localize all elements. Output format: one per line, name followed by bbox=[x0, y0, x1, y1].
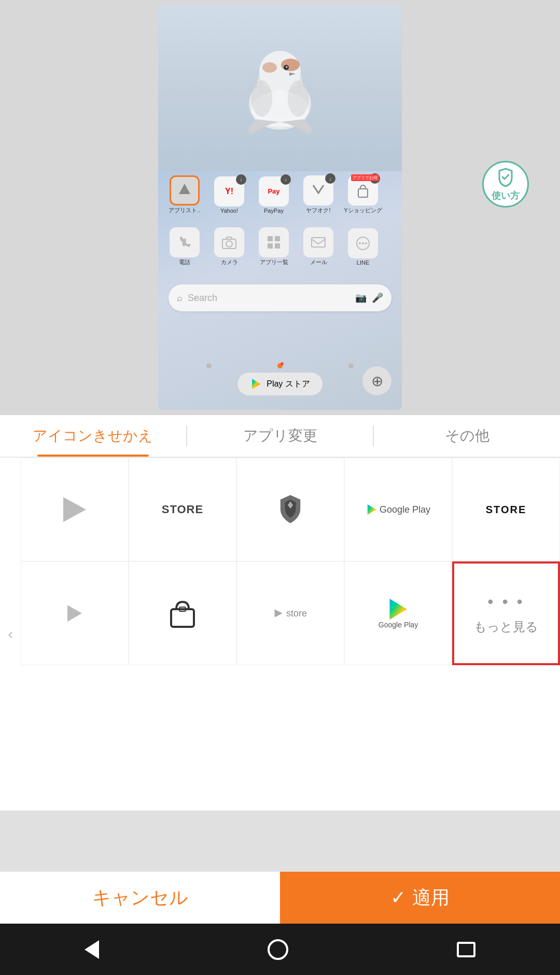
google-play-small-icon bbox=[366, 504, 377, 515]
tab-icon-dress-label: アイコンきせかえ bbox=[33, 426, 153, 446]
svg-rect-19 bbox=[312, 238, 325, 247]
app-label-appstore: アプリスト.. bbox=[164, 207, 205, 214]
camera-search-icon: 📷 bbox=[355, 292, 367, 304]
tabs-section: アイコンきせかえ アプリ変更 その他 bbox=[0, 415, 560, 458]
google-play-logo-label: Google Play bbox=[379, 621, 418, 629]
bag-icon bbox=[166, 597, 199, 630]
icon-cell-store-text[interactable]: STORE bbox=[129, 458, 236, 561]
icon-cell-more[interactable]: • • • もっと見る bbox=[452, 561, 560, 665]
nav-home-button[interactable] bbox=[268, 939, 288, 960]
app-icon-camera[interactable]: カメラ bbox=[209, 227, 249, 266]
download-badge-paypay: ↓ bbox=[281, 174, 291, 185]
svg-point-10 bbox=[288, 80, 309, 117]
app-label-yshopping: Yショッピング bbox=[343, 207, 383, 214]
arrow-small-icon bbox=[67, 605, 82, 622]
store-text-icon: STORE bbox=[162, 503, 203, 516]
google-play-logo-icon: Google Play bbox=[379, 598, 418, 629]
phone-screen: アプリスト.. ↓ Y! Yahoo! ↓ Pay PayPay bbox=[158, 5, 402, 410]
play-store-icon bbox=[250, 378, 262, 390]
apply-label: 適用 bbox=[412, 885, 450, 911]
promo-badge: アプリでお得 bbox=[351, 174, 379, 181]
app-icon-appstore[interactable]: アプリスト.. bbox=[164, 175, 205, 214]
app-label-phone: 電話 bbox=[164, 258, 205, 266]
icon-grid: STORE bbox=[21, 458, 560, 665]
cancel-button[interactable]: キャンセル bbox=[0, 872, 280, 924]
icon-cell-arrow-store[interactable]: store bbox=[236, 561, 344, 665]
app-icon-applist[interactable]: アプリ一覧 bbox=[254, 227, 294, 266]
dot-3 bbox=[348, 363, 354, 368]
svg-marker-11 bbox=[179, 184, 190, 194]
search-icon: ⌕ bbox=[177, 293, 183, 304]
svg-rect-12 bbox=[358, 189, 368, 197]
tab-app-change[interactable]: アプリ変更 bbox=[187, 415, 373, 457]
svg-rect-15 bbox=[268, 236, 273, 241]
svg-marker-29 bbox=[275, 610, 282, 617]
svg-point-14 bbox=[226, 241, 232, 247]
app-label-line: LINE bbox=[343, 259, 383, 266]
app-label-applist: アプリ一覧 bbox=[254, 258, 294, 266]
app-icon-yahoo[interactable]: ↓ Y! Yahoo! bbox=[209, 176, 249, 214]
usage-guide-button[interactable]: 使い方 bbox=[482, 161, 529, 208]
icon-cell-google-play-logo[interactable]: Google Play bbox=[344, 561, 452, 665]
nav-arrow-left[interactable]: ‹ bbox=[0, 613, 21, 655]
search-bar[interactable]: ⌕ Search 📷 🎤 bbox=[169, 284, 391, 311]
icon-cell-shield[interactable] bbox=[236, 458, 344, 561]
download-badge-ya: ↓ bbox=[325, 173, 335, 184]
app-label-camera: カメラ bbox=[209, 258, 249, 266]
nav-back-button[interactable] bbox=[85, 940, 99, 959]
svg-marker-24 bbox=[252, 379, 260, 389]
icon-cell-bag[interactable] bbox=[129, 561, 236, 665]
apply-button[interactable]: ✓ 適用 bbox=[280, 872, 560, 924]
svg-rect-27 bbox=[171, 609, 194, 627]
phone-preview: アプリスト.. ↓ Y! Yahoo! ↓ Pay PayPay bbox=[0, 0, 560, 415]
shield-gem-icon bbox=[272, 491, 309, 528]
play-store-label: Play ストア bbox=[267, 379, 310, 390]
svg-rect-17 bbox=[268, 243, 273, 249]
nav-recent-button[interactable] bbox=[457, 942, 475, 957]
android-nav-bar bbox=[0, 924, 560, 975]
svg-rect-16 bbox=[275, 236, 280, 241]
svg-point-21 bbox=[359, 242, 361, 244]
icon-cell-arrow-plain[interactable] bbox=[21, 458, 129, 561]
store-small-text: store bbox=[286, 608, 307, 619]
cancel-label: キャンセル bbox=[92, 885, 188, 911]
icon-cell-google-play-text[interactable]: Google Play bbox=[344, 458, 452, 561]
usage-guide-icon bbox=[495, 167, 516, 187]
app-label-yahoo: Yahoo! bbox=[209, 208, 249, 214]
tab-other[interactable]: その他 bbox=[374, 415, 560, 457]
bird-wallpaper bbox=[158, 5, 402, 171]
app-icon-yshopping[interactable]: ↓ アプリでお得 Yショッピング bbox=[343, 175, 383, 214]
tab-icon-dress[interactable]: アイコンきせかえ bbox=[0, 415, 186, 457]
dot-active bbox=[277, 363, 283, 368]
svg-point-3 bbox=[281, 59, 300, 71]
arrow-store-combo: store bbox=[274, 608, 307, 619]
usage-guide-label: 使い方 bbox=[492, 189, 520, 202]
action-buttons: キャンセル ✓ 適用 bbox=[0, 872, 560, 924]
svg-point-4 bbox=[262, 62, 277, 73]
app-row-1: アプリスト.. ↓ Y! Yahoo! ↓ Pay PayPay bbox=[158, 171, 402, 218]
svg-marker-26 bbox=[368, 504, 376, 515]
tabs-row: アイコンきせかえ アプリ変更 その他 bbox=[0, 415, 560, 457]
icon-cell-store-bold[interactable]: STORE bbox=[452, 458, 560, 561]
left-arrow-icon: ‹ bbox=[8, 626, 12, 642]
arrow-store-icon bbox=[274, 609, 283, 618]
svg-point-6 bbox=[286, 66, 288, 68]
app-icon-mail[interactable]: メール bbox=[298, 227, 339, 266]
checkmark-icon: ✓ bbox=[390, 887, 406, 909]
icon-cell-arrow-small[interactable] bbox=[21, 561, 129, 665]
app-icon-yauction[interactable]: ↓ ヤフオク! bbox=[298, 175, 339, 214]
svg-marker-30 bbox=[390, 599, 407, 620]
mic-icon: 🎤 bbox=[372, 292, 383, 304]
svg-point-9 bbox=[251, 80, 272, 117]
search-placeholder: Search bbox=[188, 293, 350, 304]
app-icon-phone[interactable]: 電話 bbox=[164, 227, 205, 266]
more-content: • • • もっと見る bbox=[474, 592, 538, 635]
play-store-button[interactable]: Play ストア bbox=[237, 373, 323, 395]
app-label-paypay: PayPay bbox=[254, 208, 294, 214]
google-play-text-label: Google Play bbox=[380, 504, 430, 515]
arrow-plain-icon bbox=[63, 497, 86, 522]
zoom-button[interactable]: ⊕ bbox=[362, 366, 391, 395]
app-icon-paypay[interactable]: ↓ Pay PayPay bbox=[254, 176, 294, 214]
app-icon-line[interactable]: LINE bbox=[343, 228, 383, 266]
svg-rect-18 bbox=[275, 243, 280, 249]
